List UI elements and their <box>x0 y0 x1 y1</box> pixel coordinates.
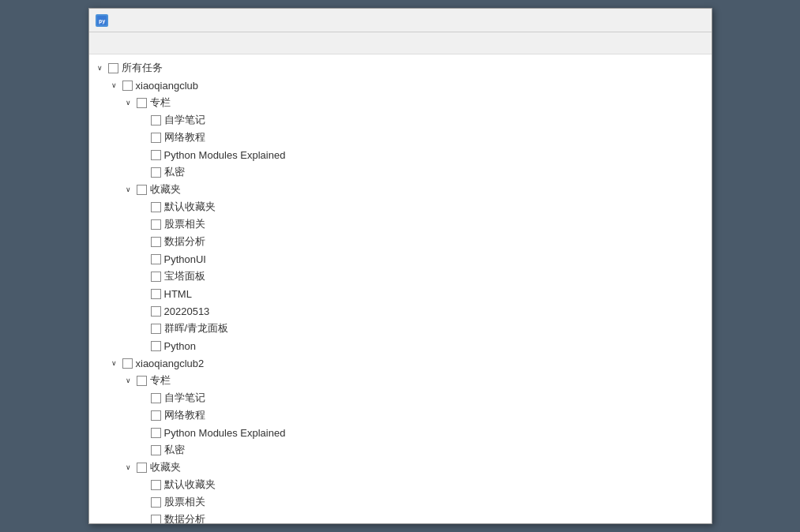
tree-row[interactable]: ∨专栏 <box>92 94 708 111</box>
tree-row[interactable]: Python <box>92 337 708 354</box>
expand-button[interactable]: ∨ <box>108 79 121 92</box>
tree-row[interactable]: 数据分析 <box>92 511 708 523</box>
svg-text:py: py <box>99 18 106 24</box>
tree-row[interactable]: 20220513 <box>92 302 708 320</box>
tree-checkbox[interactable] <box>151 393 161 403</box>
tree-row[interactable]: ∨所有任务 <box>92 59 708 77</box>
window-controls <box>636 13 705 28</box>
tree-node: 宝塔面板 <box>92 268 708 285</box>
tree-area[interactable]: ∨所有任务∨xiaoqiangclub∨专栏自学笔记网络教程Python Mod… <box>89 54 712 523</box>
tree-node: Python Modules Explained <box>92 146 708 163</box>
tree-node: ∨xiaoqiangclub∨专栏自学笔记网络教程Python Modules … <box>92 77 708 354</box>
tree-checkbox[interactable] <box>122 81 133 91</box>
expand-button[interactable]: ∨ <box>122 96 135 109</box>
tree-node-label: 群晖/青龙面板 <box>164 321 229 335</box>
tree-row[interactable]: 网络教程 <box>92 406 708 424</box>
tree-checkbox[interactable] <box>151 202 161 212</box>
tree-checkbox[interactable] <box>151 272 161 282</box>
tree-checkbox[interactable] <box>151 324 161 334</box>
expand-button[interactable]: ∨ <box>122 374 135 387</box>
tree-node: PythonUI <box>92 250 708 268</box>
tree-children: ∨xiaoqiangclub∨专栏自学笔记网络教程Python Modules … <box>92 77 708 523</box>
tree-row[interactable]: 自学笔记 <box>92 111 708 129</box>
tree-row[interactable]: 私密 <box>92 163 708 181</box>
tree-row[interactable]: 默认收藏夹 <box>92 198 708 215</box>
tree-row[interactable]: 宝塔面板 <box>92 268 708 285</box>
tree-node-label: 网络教程 <box>164 130 205 144</box>
tree-node-label: 收藏夹 <box>150 182 181 197</box>
tree-row[interactable]: ∨xiaoqiangclub <box>92 77 708 94</box>
tree-row[interactable]: PythonUI <box>92 250 708 268</box>
content-area: ∨所有任务∨xiaoqiangclub∨专栏自学笔记网络教程Python Mod… <box>89 32 712 523</box>
tree-children: 自学笔记网络教程Python Modules Explained私密 <box>92 389 708 459</box>
tree-node-label: 收藏夹 <box>150 460 181 474</box>
expand-button[interactable]: ∨ <box>122 461 135 474</box>
tree-checkbox[interactable] <box>151 445 161 455</box>
tree-node: HTML <box>92 285 708 302</box>
tree-checkbox[interactable] <box>151 167 161 178</box>
tree-checkbox[interactable] <box>108 63 118 73</box>
tree-checkbox[interactable] <box>151 289 161 299</box>
tree-node: 数据分析 <box>92 233 708 250</box>
tree-row[interactable]: 自学笔记 <box>92 389 708 406</box>
tree-node-label: 所有任务 <box>122 61 163 75</box>
tree-node-label: xiaoqiangclub <box>136 80 199 92</box>
tree-row[interactable]: 数据分析 <box>92 233 708 250</box>
tree-node: 网络教程 <box>92 406 708 424</box>
minimize-button[interactable] <box>636 13 658 28</box>
tree-node-label: Python <box>164 340 196 352</box>
tree-row[interactable]: 网络教程 <box>92 129 708 146</box>
maximize-button[interactable] <box>659 13 682 28</box>
close-button[interactable] <box>683 13 705 28</box>
expand-button[interactable]: ∨ <box>94 62 107 74</box>
tree-node: Python Modules Explained <box>92 424 708 441</box>
tree-node-label: HTML <box>164 288 192 300</box>
tree-checkbox[interactable] <box>151 237 161 247</box>
tree-checkbox[interactable] <box>151 410 161 421</box>
main-window: py ∨所有任务∨xiaoqiangclub∨专栏自学笔记网络教程Python … <box>88 8 712 524</box>
tree-checkbox[interactable] <box>151 219 161 230</box>
tree-node-label: 股票相关 <box>164 495 205 509</box>
tree-row[interactable]: ∨xiaoqiangclub2 <box>92 354 708 372</box>
tree-checkbox[interactable] <box>151 306 161 317</box>
tree-checkbox[interactable] <box>137 185 147 195</box>
tree-row[interactable]: Python Modules Explained <box>92 146 708 163</box>
tree-checkbox[interactable] <box>151 428 161 438</box>
expand-button[interactable]: ∨ <box>108 357 121 369</box>
tree-checkbox[interactable] <box>122 358 133 369</box>
expand-button[interactable]: ∨ <box>122 183 135 196</box>
tree-checkbox[interactable] <box>137 463 147 473</box>
tree-row[interactable]: ∨收藏夹 <box>92 459 708 476</box>
tree-checkbox[interactable] <box>151 497 161 508</box>
tree-checkbox[interactable] <box>137 376 147 386</box>
tree-row[interactable]: 股票相关 <box>92 215 708 233</box>
tree-node-label: 股票相关 <box>164 217 205 231</box>
tree-row[interactable]: Python Modules Explained <box>92 424 708 441</box>
tree-checkbox[interactable] <box>151 115 161 126</box>
tree-node-label: 专栏 <box>150 96 171 110</box>
tree-node: 私密 <box>92 441 708 459</box>
tree-checkbox[interactable] <box>151 515 161 524</box>
tree-checkbox[interactable] <box>137 98 147 108</box>
tree-row[interactable]: 群晖/青龙面板 <box>92 320 708 337</box>
window-icon: py <box>96 14 108 27</box>
tree-node: ∨专栏自学笔记网络教程Python Modules Explained私密 <box>92 372 708 459</box>
tree-children: ∨专栏自学笔记网络教程Python Modules Explained私密∨收藏… <box>92 372 708 523</box>
tree-node: ∨收藏夹默认收藏夹股票相关数据分析PythonUI宝塔面板HTML2022051… <box>92 459 708 523</box>
tree-checkbox[interactable] <box>151 254 161 264</box>
tree-row[interactable]: 默认收藏夹 <box>92 476 708 493</box>
tree-row[interactable]: ∨专栏 <box>92 372 708 389</box>
tree-checkbox[interactable] <box>151 341 161 351</box>
tree-children: 默认收藏夹股票相关数据分析PythonUI宝塔面板HTML20220513群晖/… <box>92 198 708 354</box>
tree-checkbox[interactable] <box>151 150 161 160</box>
tree-node: 默认收藏夹 <box>92 476 708 493</box>
tree-row[interactable]: ∨收藏夹 <box>92 181 708 198</box>
tree-checkbox[interactable] <box>151 133 161 143</box>
tree-row[interactable]: 股票相关 <box>92 493 708 511</box>
tree-node: 群晖/青龙面板 <box>92 320 708 337</box>
tree-checkbox[interactable] <box>151 480 161 490</box>
tree-node: ∨所有任务∨xiaoqiangclub∨专栏自学笔记网络教程Python Mod… <box>92 59 708 523</box>
tree-node-label: 自学笔记 <box>164 391 205 405</box>
tree-row[interactable]: 私密 <box>92 441 708 459</box>
tree-row[interactable]: HTML <box>92 285 708 302</box>
